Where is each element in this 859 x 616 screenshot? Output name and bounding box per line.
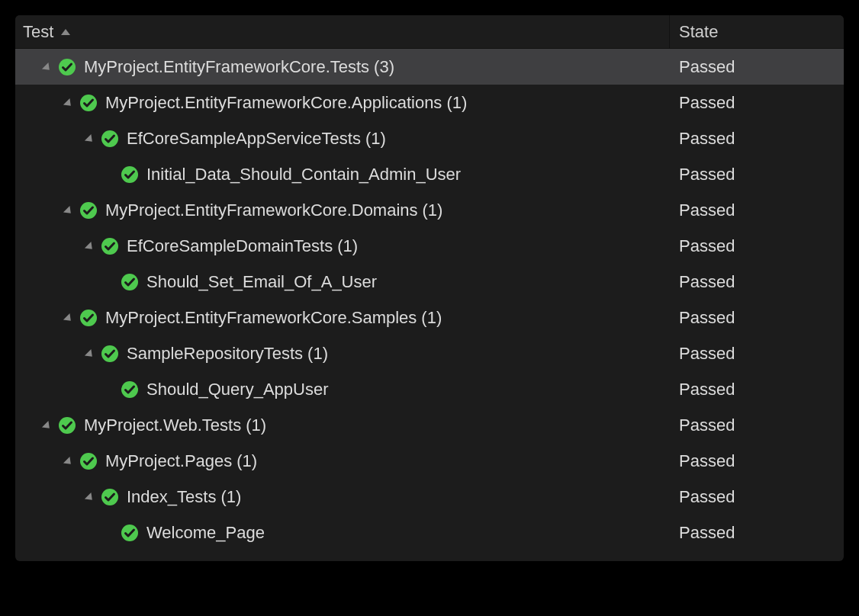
test-count: (1) <box>365 129 386 149</box>
state-cell: Passed <box>670 93 844 113</box>
state-cell: Passed <box>670 308 844 328</box>
state-label: Passed <box>679 272 735 292</box>
test-label: Index_Tests <box>127 487 216 507</box>
status-passed-icon <box>121 380 139 399</box>
expander-icon[interactable] <box>63 313 74 323</box>
test-cell: MyProject.EntityFrameworkCore.Applicatio… <box>15 85 670 120</box>
state-cell: Passed <box>670 129 844 149</box>
test-cell: Welcome_Page <box>15 515 670 550</box>
test-label: MyProject.EntityFrameworkCore.Samples <box>105 308 417 328</box>
test-label: EfCoreSampleDomainTests <box>127 236 333 256</box>
status-passed-icon <box>79 201 98 220</box>
expander-icon[interactable] <box>63 98 74 108</box>
state-label: Passed <box>679 57 735 77</box>
test-row[interactable]: MyProject.Web.Tests(1)Passed <box>15 407 844 443</box>
test-cell: EfCoreSampleAppServiceTests(1) <box>15 120 670 156</box>
state-label: Passed <box>679 523 735 543</box>
test-count: (1) <box>236 451 257 471</box>
test-label: Should_Set_Email_Of_A_User <box>146 272 377 292</box>
test-row[interactable]: Initial_Data_Should_Contain_Admin_UserPa… <box>15 156 844 192</box>
test-count: (1) <box>423 201 443 220</box>
test-row[interactable]: MyProject.Pages(1)Passed <box>15 443 844 479</box>
test-count: (1) <box>337 236 358 256</box>
test-cell: MyProject.EntityFrameworkCore.Tests(3) <box>15 49 670 85</box>
status-passed-icon <box>121 165 139 184</box>
status-passed-icon <box>58 58 76 76</box>
test-cell: SampleRepositoryTests(1) <box>15 335 670 371</box>
test-label: Initial_Data_Should_Contain_Admin_User <box>146 165 461 184</box>
test-tree: MyProject.EntityFrameworkCore.Tests(3)Pa… <box>15 49 844 561</box>
test-cell: EfCoreSampleDomainTests(1) <box>15 228 670 264</box>
state-cell: Passed <box>670 380 844 399</box>
test-cell: MyProject.EntityFrameworkCore.Domains(1) <box>15 192 670 228</box>
status-passed-icon <box>79 94 98 112</box>
test-label: SampleRepositoryTests <box>127 344 303 364</box>
status-passed-icon <box>101 130 119 148</box>
test-row[interactable]: MyProject.EntityFrameworkCore.Applicatio… <box>15 85 844 120</box>
test-row[interactable]: SampleRepositoryTests(1)Passed <box>15 335 844 371</box>
column-header-test[interactable]: Test <box>15 15 670 48</box>
test-label: MyProject.EntityFrameworkCore.Applicatio… <box>105 93 442 113</box>
state-cell: Passed <box>670 451 844 471</box>
expander-icon[interactable] <box>63 205 74 216</box>
expander-icon[interactable] <box>85 492 95 502</box>
state-label: Passed <box>679 129 735 149</box>
test-row[interactable]: MyProject.EntityFrameworkCore.Samples(1)… <box>15 300 844 335</box>
status-passed-icon <box>121 524 139 542</box>
state-label: Passed <box>679 165 735 184</box>
test-row[interactable]: MyProject.EntityFrameworkCore.Tests(3)Pa… <box>15 49 844 85</box>
state-cell: Passed <box>670 415 844 435</box>
state-cell: Passed <box>670 487 844 507</box>
test-label: Should_Query_AppUser <box>146 380 328 399</box>
state-label: Passed <box>679 201 735 220</box>
expander-icon[interactable] <box>42 420 53 431</box>
status-passed-icon <box>79 309 98 327</box>
state-cell: Passed <box>670 57 844 77</box>
status-passed-icon <box>101 488 119 506</box>
test-cell: MyProject.Web.Tests(1) <box>15 407 670 443</box>
status-passed-icon <box>58 416 76 435</box>
test-row[interactable]: Should_Query_AppUserPassed <box>15 371 844 407</box>
test-count: (1) <box>446 93 467 113</box>
test-cell: MyProject.Pages(1) <box>15 443 670 479</box>
test-label: MyProject.Pages <box>105 451 232 471</box>
state-label: Passed <box>679 344 735 364</box>
status-passed-icon <box>79 452 98 470</box>
state-cell: Passed <box>670 272 844 292</box>
test-label: Welcome_Page <box>146 523 265 543</box>
test-label: MyProject.EntityFrameworkCore.Tests <box>84 57 369 77</box>
state-cell: Passed <box>670 523 844 543</box>
expander-icon[interactable] <box>85 241 95 252</box>
test-row[interactable]: EfCoreSampleAppServiceTests(1)Passed <box>15 120 844 156</box>
state-cell: Passed <box>670 344 844 364</box>
state-label: Passed <box>679 451 735 471</box>
state-cell: Passed <box>670 236 844 256</box>
expander-icon[interactable] <box>85 133 95 144</box>
test-row[interactable]: EfCoreSampleDomainTests(1)Passed <box>15 228 844 264</box>
state-label: Passed <box>679 487 735 507</box>
test-count: (1) <box>246 415 266 435</box>
test-row[interactable]: Should_Set_Email_Of_A_UserPassed <box>15 264 844 300</box>
test-count: (3) <box>374 57 394 77</box>
test-label: MyProject.EntityFrameworkCore.Domains <box>105 201 418 220</box>
test-cell: Should_Set_Email_Of_A_User <box>15 264 670 300</box>
expander-icon[interactable] <box>85 348 95 359</box>
state-label: Passed <box>679 236 735 256</box>
test-explorer-panel: Test State MyProject.EntityFrameworkCore… <box>15 15 844 561</box>
expander-icon[interactable] <box>42 62 53 72</box>
column-header-state-label: State <box>679 22 718 42</box>
state-cell: Passed <box>670 201 844 220</box>
sort-ascending-icon <box>61 29 70 35</box>
test-cell: Index_Tests(1) <box>15 479 670 515</box>
expander-icon[interactable] <box>63 456 74 467</box>
test-row[interactable]: MyProject.EntityFrameworkCore.Domains(1)… <box>15 192 844 228</box>
column-header-state[interactable]: State <box>670 15 844 48</box>
column-header-test-label: Test <box>23 22 53 42</box>
test-label: MyProject.Web.Tests <box>84 415 241 435</box>
test-cell: Initial_Data_Should_Contain_Admin_User <box>15 156 670 192</box>
status-passed-icon <box>101 237 119 255</box>
test-row[interactable]: Index_Tests(1)Passed <box>15 479 844 515</box>
state-label: Passed <box>679 380 735 399</box>
test-row[interactable]: Welcome_PagePassed <box>15 515 844 550</box>
test-cell: MyProject.EntityFrameworkCore.Samples(1) <box>15 300 670 335</box>
